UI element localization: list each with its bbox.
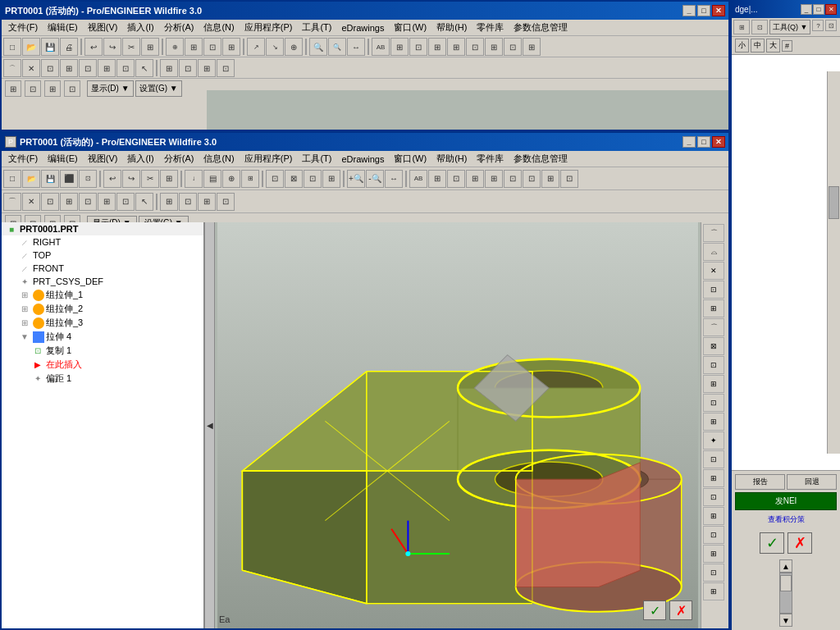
tb-zoom-in[interactable]: +🔍	[347, 170, 365, 188]
bg-menu-file[interactable]: 文件(F)	[3, 21, 43, 34]
rp-tb4[interactable]: ⊡	[825, 20, 837, 31]
rp-close[interactable]: ✕	[825, 4, 837, 15]
tb-i12[interactable]: ⊞	[485, 170, 503, 188]
tb-zoom-out[interactable]: -🔍	[366, 170, 384, 188]
tb2-i6[interactable]: ⊞	[98, 193, 116, 211]
tree-item-right[interactable]: ⟋ RIGHT	[2, 235, 203, 249]
menu-help[interactable]: 帮助(H)	[431, 152, 472, 166]
scroll-bar-track[interactable]	[779, 573, 792, 614]
menu-window[interactable]: 窗口(W)	[389, 152, 431, 166]
rt-i20[interactable]: ⊞	[703, 582, 724, 600]
action-link[interactable]: 查看积分策	[735, 513, 837, 527]
bg-small-i3[interactable]: ⊞	[44, 80, 61, 97]
tb-i6[interactable]: ⊠	[285, 170, 303, 188]
bg-menu-app[interactable]: 应用程序(P)	[240, 21, 298, 34]
rt-i6[interactable]: ⌒	[703, 318, 724, 336]
tb-new[interactable]: □	[3, 170, 21, 188]
bottom-ok-button[interactable]: ✓	[760, 532, 784, 554]
rp-minimize[interactable]: _	[801, 4, 812, 15]
bg-tb-i4[interactable]: ⊞	[222, 38, 240, 56]
tb-i15[interactable]: ⊞	[541, 170, 559, 188]
bg-menu-view[interactable]: 视图(V)	[83, 21, 123, 34]
rp-scrollbar[interactable]	[827, 71, 840, 454]
bg-tb-zoom2[interactable]: 🔍	[328, 38, 346, 56]
menu-tools[interactable]: 工具(T)	[297, 152, 336, 166]
rp-size-hash[interactable]: #	[782, 40, 792, 52]
bg-menu-window[interactable]: 窗口(W)	[389, 21, 431, 34]
bg-tb2-i4[interactable]: ⊞	[60, 59, 78, 77]
rt-i7[interactable]: ⊠	[703, 337, 724, 355]
bg-tb-cut[interactable]: ✂	[122, 38, 140, 56]
tb-print[interactable]: ⬛	[60, 170, 78, 188]
bg-menu-info[interactable]: 信息(N)	[199, 21, 239, 34]
tb-i14[interactable]: ⊡	[523, 170, 541, 188]
tree-item-top[interactable]: ⟋ TOP	[2, 249, 203, 262]
bg-menu-analysis[interactable]: 分析(A)	[159, 21, 199, 34]
tb2-i2[interactable]: ✕	[22, 193, 40, 211]
rt-i2[interactable]: ⌓	[703, 243, 724, 261]
bg-tb-zoom1[interactable]: 🔍	[309, 38, 327, 56]
ok-button[interactable]: ✓	[643, 600, 666, 620]
bg-menu-insert[interactable]: 插入(I)	[122, 21, 158, 34]
bg-tb-save[interactable]: 💾	[41, 38, 59, 56]
tb-i4[interactable]: ⊞	[241, 170, 259, 188]
tb-i11[interactable]: ⊞	[466, 170, 484, 188]
rt-i13[interactable]: ⊡	[703, 450, 724, 468]
menu-edit[interactable]: 编辑(E)	[43, 152, 83, 166]
bg-tb-copy[interactable]: ⊞	[141, 38, 159, 56]
tb-preview[interactable]: ⊡	[79, 170, 97, 188]
tree-item-copy1[interactable]: ⊡ 复制 1	[2, 344, 203, 358]
rt-i15[interactable]: ⊡	[703, 488, 724, 506]
tb-i9[interactable]: ⊞	[428, 170, 446, 188]
tb2-i9[interactable]: ⊡	[179, 193, 197, 211]
tb-i13[interactable]: ⊡	[504, 170, 522, 188]
bg-tb-i12[interactable]: ⊞	[428, 38, 446, 56]
rt-i4[interactable]: ⊡	[703, 281, 724, 299]
bg-tb-undo[interactable]: ↩	[84, 38, 103, 56]
bg-tb2-i8[interactable]: ⊞	[160, 59, 178, 77]
bg-tb-i10[interactable]: ⊞	[390, 38, 409, 56]
menu-view[interactable]: 视图(V)	[83, 152, 123, 166]
tb2-i1[interactable]: ⌒	[3, 193, 21, 211]
tb2-cursor[interactable]: ↖	[135, 193, 153, 211]
bg-tb2-i1[interactable]: ⌒	[3, 59, 21, 77]
bg-tb-i14[interactable]: ⊡	[466, 38, 484, 56]
tb-redo[interactable]: ↪	[122, 170, 140, 188]
bg-settings-btn[interactable]: 设置(G) ▼	[135, 80, 182, 97]
tree-item-front[interactable]: ⟋ FRONT	[2, 262, 203, 275]
bg-tb-i5[interactable]: ↗	[247, 38, 265, 56]
return-button[interactable]: 回退	[787, 474, 837, 490]
rp-tools-btn[interactable]: 工具(Q) ▼	[769, 20, 810, 34]
bg-tb-i8[interactable]: ↔	[347, 38, 365, 56]
bg-tb2-i2[interactable]: ✕	[22, 59, 40, 77]
bg-tb2-cursor[interactable]: ↖	[135, 59, 153, 77]
tree-root[interactable]: ■ PRT0001.PRT	[2, 222, 203, 235]
bg-close-button[interactable]: ✕	[712, 5, 725, 16]
bg-tb2-i9[interactable]: ⊡	[179, 59, 197, 77]
tb-undo[interactable]: ↩	[103, 170, 121, 188]
tree-item-offset1[interactable]: ✦ 偏距 1	[2, 372, 203, 386]
tree-collapse-button[interactable]: ◀	[205, 222, 215, 628]
menu-app[interactable]: 应用程序(P)	[240, 152, 298, 166]
bg-tb-i6[interactable]: ↘	[266, 38, 284, 56]
rt-i17[interactable]: ⊡	[703, 526, 724, 544]
bg-tb-i13[interactable]: ⊞	[447, 38, 465, 56]
tb2-i8[interactable]: ⊞	[160, 193, 178, 211]
bg-menu-tools[interactable]: 工具(T)	[297, 21, 336, 34]
menu-analysis[interactable]: 分析(A)	[159, 152, 199, 166]
bg-tb2-i3[interactable]: ⊡	[41, 59, 59, 77]
tb2-i5[interactable]: ⊡	[79, 193, 97, 211]
bg-tb-redo[interactable]: ↪	[103, 38, 121, 56]
scroll-up[interactable]: ▲	[779, 559, 792, 573]
bg-tb-i15[interactable]: ⊞	[485, 38, 503, 56]
bg-tb2-i5[interactable]: ⊡	[79, 59, 97, 77]
rp-tb3[interactable]: ?	[812, 20, 824, 31]
menu-edrawings[interactable]: eDrawings	[336, 153, 389, 165]
bottom-cancel-button[interactable]: ✗	[788, 532, 812, 554]
bg-tb-i11[interactable]: ⊡	[409, 38, 427, 56]
tree-item-csys[interactable]: ✦ PRT_CSYS_DEF	[2, 275, 203, 288]
bg-tb-i3[interactable]: ⊡	[203, 38, 221, 56]
bg-small-i2[interactable]: ⊡	[25, 80, 41, 97]
cancel-button[interactable]: ✗	[669, 600, 692, 620]
rp-maximize[interactable]: □	[813, 4, 824, 15]
